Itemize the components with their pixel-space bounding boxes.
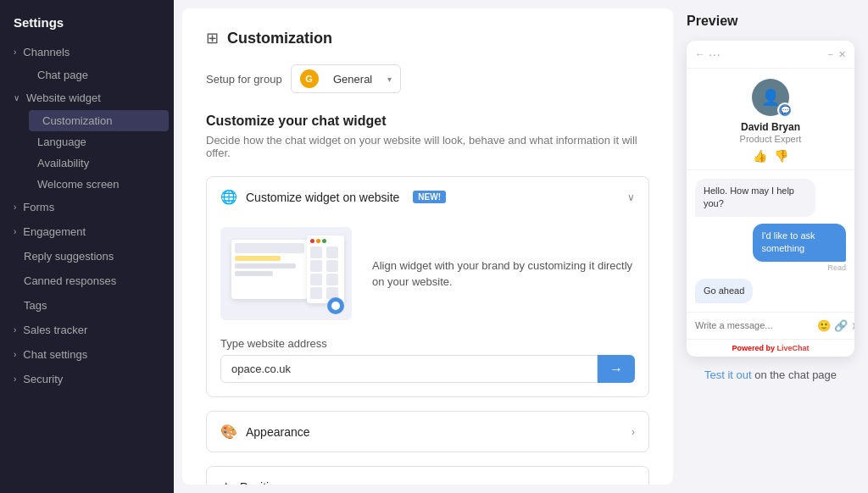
chevron-right-icon-2: ›	[14, 202, 16, 212]
powered-by: Powered by LiveChat	[687, 339, 854, 357]
chat-message-input[interactable]	[695, 320, 812, 330]
thumbs-down-icon[interactable]: 👎	[774, 149, 788, 163]
sidebar-item-chat-page[interactable]: Chat page	[24, 64, 174, 86]
sidebar-item-engagement[interactable]: › Engagement	[0, 219, 174, 244]
url-input-row: →	[220, 355, 635, 383]
group-badge: G	[300, 69, 319, 88]
setup-group-row: Setup for group G General ▾	[206, 64, 649, 93]
website-url-input[interactable]	[220, 355, 598, 383]
new-badge: NEW!	[413, 191, 446, 203]
sidebar-item-canned-responses[interactable]: Canned responses	[0, 269, 174, 293]
sidebar-item-sales-tracker[interactable]: › Sales tracker	[0, 318, 174, 342]
close-icon: ✕	[838, 49, 846, 60]
agent-actions: 👍 👎	[695, 149, 846, 163]
preview-panel: Preview ← ··· − ✕ 👤 💬	[673, 0, 868, 493]
sidebar-item-website-widget[interactable]: ∨ Website widget	[0, 86, 174, 110]
widget-body: Align widget with your brand by customiz…	[207, 217, 648, 337]
sidebar-item-welcome-screen[interactable]: Welcome screen	[24, 174, 174, 195]
message-read-status: Read	[827, 263, 846, 272]
back-arrow-icon: ←	[695, 48, 705, 60]
setup-group-label: Setup for group	[206, 73, 282, 86]
chat-input-area: 🙂 🔗 ➤	[687, 312, 854, 339]
main-content: ⊞ Customization Setup for group G Genera…	[174, 0, 868, 493]
chevron-right-icon-3: ›	[14, 227, 16, 236]
widget-preview-illustration	[220, 227, 352, 320]
chevron-right-icon: ›	[14, 47, 16, 57]
send-icon[interactable]: ➤	[851, 319, 854, 332]
customize-section-header: Customize your chat widget	[206, 114, 649, 129]
menu-dots-icon: ···	[709, 47, 721, 61]
section-position-header[interactable]: ✦ Position ›	[207, 467, 648, 485]
message-incoming-2: Go ahead	[695, 279, 753, 303]
url-go-button[interactable]: →	[598, 355, 635, 383]
chat-widget-preview: ← ··· − ✕ 👤 💬 David Bryan Product Expert	[687, 41, 854, 357]
appearance-chevron-icon: ›	[632, 426, 635, 438]
section-customize-website-title: Customize widget on website	[246, 191, 399, 204]
section-position: ✦ Position ›	[206, 466, 649, 485]
url-input-section: Type website address →	[207, 337, 648, 396]
agent-section: 👤 💬 David Bryan Product Expert 👍 👎	[687, 69, 854, 170]
attach-icon[interactable]: 🔗	[834, 319, 848, 332]
sidebar-item-reply-suggestions[interactable]: Reply suggestions	[0, 244, 174, 269]
section-appearance-title: Appearance	[246, 425, 310, 439]
panel-header: ⊞ Customization	[206, 29, 649, 47]
globe-icon: 🌐	[220, 189, 237, 205]
emoji-icon[interactable]: 🙂	[817, 319, 831, 332]
customize-subtitle: Decide how the chat widget on your websi…	[206, 134, 649, 159]
sidebar-item-channels[interactable]: › Channels	[0, 40, 174, 64]
section-appearance: 🎨 Appearance ›	[206, 411, 649, 452]
agent-name: David Bryan	[695, 121, 846, 133]
test-it-out-link[interactable]: Test it out	[704, 368, 752, 381]
url-input-label: Type website address	[220, 337, 635, 350]
brand-name: LiveChat	[777, 344, 810, 352]
chat-top-bar: ← ··· − ✕	[687, 41, 854, 69]
sidebar-item-chat-settings[interactable]: › Chat settings	[0, 342, 174, 367]
sidebar: Settings › Channels Chat page ∨ Website …	[0, 0, 174, 493]
page-title: Customization	[227, 30, 332, 47]
section-appearance-header[interactable]: 🎨 Appearance ›	[207, 412, 648, 451]
chevron-right-icon-5: ›	[14, 350, 16, 359]
chevron-down-icon: ∨	[14, 93, 19, 102]
customization-icon: ⊞	[206, 29, 219, 47]
agent-title: Product Expert	[695, 134, 846, 144]
section-customize-website-header[interactable]: 🌐 Customize widget on website NEW! ∨	[207, 177, 648, 217]
sidebar-item-security[interactable]: › Security	[0, 367, 174, 391]
message-incoming-1: Hello. How may I help you?	[695, 179, 815, 217]
preview-title: Preview	[687, 14, 854, 29]
section-collapse-icon: ∨	[627, 191, 635, 203]
group-name: General	[333, 73, 372, 86]
customize-title: Customize your chat widget	[206, 114, 649, 129]
sidebar-title: Settings	[0, 0, 174, 40]
section-position-title: Position	[240, 480, 282, 485]
sidebar-item-tags[interactable]: Tags	[0, 293, 174, 318]
position-icon: ✦	[220, 479, 231, 485]
dropdown-chevron-icon: ▾	[387, 75, 392, 84]
agent-chat-badge-icon: 💬	[777, 102, 793, 118]
chevron-right-icon-4: ›	[14, 325, 16, 335]
chat-messages: Hello. How may I help you? I'd like to a…	[687, 170, 854, 312]
widget-btn-illustration	[327, 297, 344, 314]
chevron-right-icon-6: ›	[14, 374, 16, 384]
sidebar-item-availability[interactable]: Availability	[24, 152, 174, 174]
sidebar-item-language[interactable]: Language	[24, 131, 174, 152]
section-customize-website: 🌐 Customize widget on website NEW! ∨	[206, 176, 649, 397]
center-panel: ⊞ Customization Setup for group G Genera…	[182, 8, 673, 485]
sidebar-item-forms[interactable]: › Forms	[0, 195, 174, 219]
agent-avatar-wrapper: 👤 💬	[752, 79, 789, 116]
group-select-dropdown[interactable]: G General ▾	[291, 64, 401, 93]
sidebar-item-customization[interactable]: Customization	[29, 110, 169, 131]
position-chevron-icon: ›	[632, 481, 635, 485]
message-outgoing-1: I'd like to ask something	[753, 224, 846, 262]
widget-description: Align widget with your brand by customiz…	[372, 258, 635, 291]
thumbs-up-icon[interactable]: 👍	[753, 149, 767, 163]
test-it-out-section: Test it out on the chat page	[687, 368, 854, 381]
minimize-icon: −	[828, 49, 833, 59]
appearance-icon: 🎨	[220, 424, 237, 440]
